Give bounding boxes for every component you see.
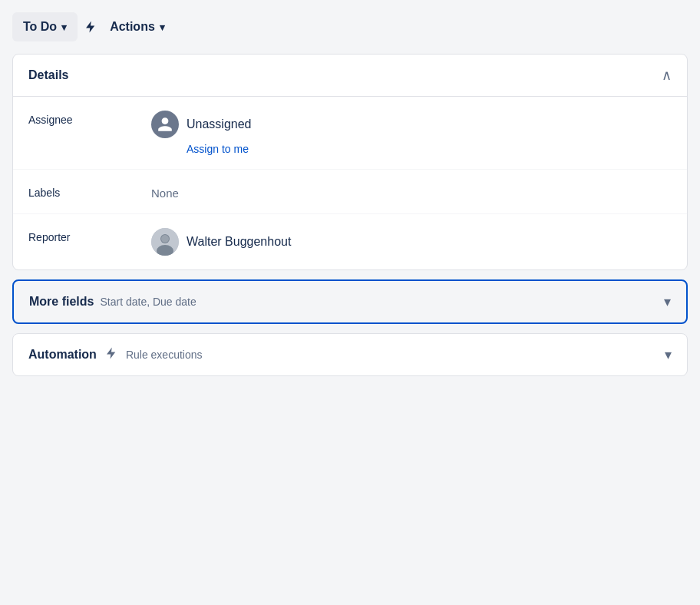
automation-left: Automation Rule executions: [28, 346, 203, 363]
reporter-photo-icon: [151, 228, 179, 256]
details-title: Details: [28, 68, 68, 82]
assignee-name: Unassigned: [187, 117, 252, 131]
details-panel-header[interactable]: Details ∧: [13, 55, 687, 97]
toolbar: To Do ▾ Actions ▾: [12, 12, 688, 41]
labels-value: None: [151, 183, 179, 200]
unassigned-avatar: [151, 111, 179, 138]
svg-point-3: [161, 235, 169, 243]
labels-label: Labels: [28, 183, 151, 199]
automation-subtitle: Rule executions: [126, 349, 203, 361]
more-fields-subtitle: Start date, Due date: [100, 296, 196, 308]
assignee-label: Assignee: [28, 111, 151, 126]
reporter-inline: Walter Buggenhout: [151, 228, 291, 256]
labels-row: Labels None: [13, 170, 687, 214]
details-chevron-icon: ∧: [662, 67, 672, 84]
assign-to-me-link[interactable]: Assign to me: [187, 143, 252, 155]
person-icon: [157, 116, 173, 133]
labels-value-container: None: [151, 183, 179, 200]
assignee-value-container: Unassigned Assign to me: [151, 111, 252, 155]
more-fields-header[interactable]: More fields Start date, Due date ▾: [14, 281, 686, 322]
automation-panel: Automation Rule executions ▾: [12, 333, 688, 376]
more-fields-label: More fields: [29, 295, 94, 309]
actions-chevron-icon: ▾: [160, 21, 165, 33]
details-panel: Details ∧ Assignee Unassigned Assign to …: [12, 54, 688, 270]
more-fields-title-container: More fields Start date, Due date: [29, 295, 196, 309]
assignee-inline: Unassigned: [151, 111, 252, 138]
reporter-avatar: [151, 228, 179, 256]
reporter-label: Reporter: [28, 228, 151, 243]
automation-title: Automation: [28, 348, 97, 362]
assignee-row: Assignee Unassigned Assign to me: [13, 97, 687, 170]
reporter-value-container: Walter Buggenhout: [151, 228, 291, 256]
actions-bolt-icon: [84, 20, 97, 34]
automation-header[interactable]: Automation Rule executions ▾: [13, 334, 687, 375]
more-fields-panel: More fields Start date, Due date ▾: [12, 279, 688, 324]
reporter-name: Walter Buggenhout: [187, 235, 291, 249]
more-fields-chevron-icon: ▾: [664, 293, 671, 310]
todo-label: To Do: [23, 20, 57, 34]
automation-chevron-icon: ▾: [665, 346, 672, 363]
automation-bolt-icon: [104, 346, 118, 363]
actions-label: Actions: [110, 20, 155, 34]
reporter-row: Reporter Walter Buggenhout: [13, 214, 687, 269]
actions-button[interactable]: Actions ▾: [104, 12, 171, 41]
todo-button[interactable]: To Do ▾: [12, 12, 78, 41]
todo-chevron-icon: ▾: [61, 21, 67, 33]
